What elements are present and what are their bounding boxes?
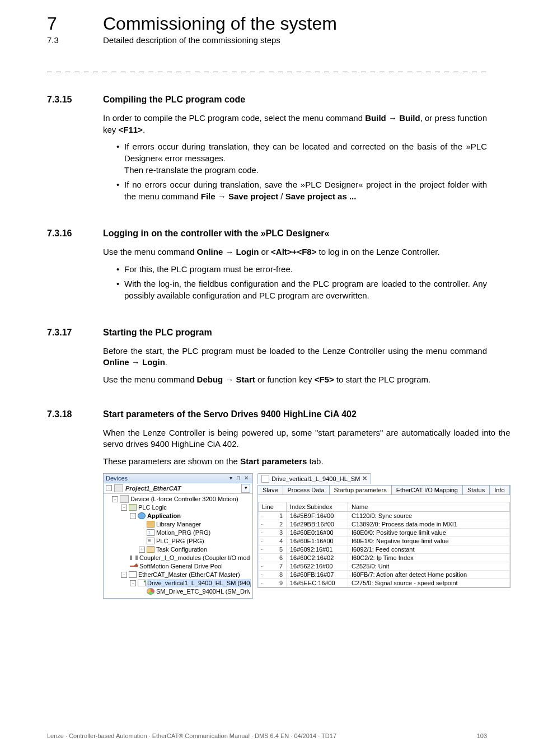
chapter-title: Commissioning of the system (103, 13, 337, 34)
library-icon (147, 521, 154, 528)
page-number: 103 (477, 732, 487, 739)
tree-node-softmotion[interactable]: SoftMotion General Drive Pool (105, 562, 251, 571)
paragraph: These parameters are shown on the Start … (103, 456, 510, 468)
table-row[interactable]: 116#5B9F:16#00C1120/0: Sync source (259, 511, 510, 520)
table-row[interactable]: 816#60FB:16#07I60FB/7: Action after dete… (259, 570, 510, 578)
paragraph: In order to compile the PLC program code… (103, 113, 487, 136)
table-row[interactable]: 716#5622:16#00C2525/0: Unit (259, 562, 510, 570)
section-title: Detailed description of the commissionin… (103, 35, 280, 45)
device-tree: -Device (L-force Controller 3200 Motion)… (104, 494, 252, 598)
table-row[interactable]: 516#6092:16#01I6092/1: Feed constant (259, 545, 510, 553)
devices-panel-header: Devices ▾ ⊓ ✕ (104, 474, 252, 483)
subtab-slave[interactable]: Slave (258, 486, 283, 494)
heading-number: 7.3.17 (47, 328, 103, 391)
paragraph: Before the start, the PLC program must b… (103, 346, 487, 368)
heading-title: Start parameters of the Servo Drives 940… (103, 409, 510, 419)
subtab-startup-parameters[interactable]: Startup parameters (330, 486, 392, 494)
subtab-ethercat-i-o-mapping[interactable]: EtherCAT I/O Mapping (392, 486, 463, 494)
col-name[interactable]: Name (348, 502, 510, 511)
project-row[interactable]: - Project1_EtherCAT ▾ (104, 483, 252, 494)
project-icon (114, 484, 123, 492)
editor-pane: Drive_vertical1_L_9400_HL_SM ✕ SlaveProc… (257, 473, 510, 599)
table-row[interactable]: 616#60C2:16#02I60C2/2: Ip Time Index (259, 553, 510, 562)
heading-title: Starting the PLC program (103, 328, 487, 338)
heading-number: 7.3.16 (47, 228, 103, 305)
screenshot: Devices ▾ ⊓ ✕ - Project1_EtherCAT ▾ -Dev… (103, 473, 510, 599)
file-icon (261, 475, 269, 483)
table-row[interactable]: 216#29BB:16#00C13892/0: Process data mod… (259, 520, 510, 528)
editor-subtabs: SlaveProcess DataStartup parametersEther… (257, 485, 510, 495)
tree-node-device[interactable]: -Device (L-force Controller 3200 Motion) (105, 495, 251, 503)
ethercat-master-icon (129, 571, 137, 578)
chapter-number: 7 (47, 13, 103, 34)
editor-tab-title: Drive_vertical1_L_9400_HL_SM (271, 475, 360, 482)
table-row[interactable]: 316#60E0:16#00I60E0/0: Positive torque l… (259, 528, 510, 536)
project-dropdown-icon[interactable]: ▾ (241, 484, 250, 493)
project-name: Project1_EtherCAT (125, 485, 239, 492)
subtab-process-data[interactable]: Process Data (283, 486, 330, 494)
motion-prg-icon (147, 529, 154, 536)
list-item: If no errors occur during translation, s… (116, 179, 487, 202)
list-item: For this, the PLC program must be error-… (116, 264, 487, 276)
tree-node-ethercat-master[interactable]: -EtherCAT_Master (EtherCAT Master) (105, 571, 251, 579)
subtab-status[interactable]: Status (463, 486, 490, 494)
panel-pin-icon[interactable]: ⊓ (235, 475, 242, 481)
section-number: 7.3 (47, 35, 103, 45)
sm-drive-icon (147, 588, 154, 595)
heading-number: 7.3.15 (47, 95, 103, 206)
table-row[interactable]: 416#60E1:16#00I60E1/0: Negative torque l… (259, 536, 510, 545)
tree-node-application[interactable]: -Application (105, 512, 251, 520)
tree-node-plc-prg[interactable]: PLC_PRG (PRG) (105, 537, 251, 545)
softmotion-icon (130, 563, 138, 570)
subtab-info[interactable]: Info (490, 486, 509, 494)
divider: _ _ _ _ _ _ _ _ _ _ _ _ _ _ _ _ _ _ _ _ … (47, 63, 487, 72)
tree-node-drive[interactable]: -Drive_vertical1_L_9400_HL_SM (9400 (105, 579, 251, 587)
paragraph: When the Lenze Controller is being power… (103, 427, 510, 450)
col-index[interactable]: Index:Subindex (287, 502, 348, 511)
tree-node-coupler[interactable]: Coupler_I_O_modules (Coupler I/O module (105, 554, 251, 562)
list-item: With the log-in, the fieldbus configurat… (116, 278, 487, 301)
col-line[interactable]: Line (259, 502, 287, 511)
close-tab-icon[interactable]: ✕ (362, 475, 367, 482)
paragraph: Use the menu command Debug → Start or fu… (103, 374, 487, 386)
editor-tab[interactable]: Drive_vertical1_L_9400_HL_SM ✕ (257, 473, 371, 484)
panel-menu-icon[interactable]: ▾ (227, 475, 235, 481)
task-config-icon (147, 546, 154, 553)
heading-title: Logging in on the controller with the »P… (103, 228, 487, 239)
list-item: If errors occur during translation, they… (116, 141, 487, 176)
table-row[interactable]: 916#5EEC:16#00C275/0: Signal source - sp… (259, 578, 510, 587)
tree-node-task-config[interactable]: +Task Configuration (105, 545, 251, 554)
tree-node-library[interactable]: Library Manager (105, 520, 251, 529)
plc-icon (129, 504, 137, 511)
coupler-icon (130, 554, 138, 561)
heading-title: Compiling the PLC program code (103, 95, 487, 105)
plc-prg-icon (147, 538, 154, 544)
heading-number: 7.3.18 (47, 409, 103, 599)
devices-panel: Devices ▾ ⊓ ✕ - Project1_EtherCAT ▾ -Dev… (103, 473, 253, 599)
tree-node-plc-logic[interactable]: -PLC Logic (105, 503, 251, 512)
devices-panel-title: Devices (106, 475, 227, 482)
drive-icon (138, 580, 146, 586)
startup-parameters-table: Line Index:Subindex Name 116#5B9F:16#00C… (258, 502, 510, 587)
tree-node-motion-prg[interactable]: Motion_PRG (PRG) (105, 529, 251, 537)
tree-node-sm-drive[interactable]: SM_Drive_ETC_9400HL (SM_Driv (105, 587, 251, 596)
device-icon (120, 495, 129, 503)
panel-close-icon[interactable]: ✕ (242, 475, 250, 481)
paragraph: Use the menu command Online → Login or <… (103, 246, 487, 258)
application-icon (138, 512, 146, 519)
footer-text: Lenze · Controller-based Automation · Et… (47, 732, 336, 739)
